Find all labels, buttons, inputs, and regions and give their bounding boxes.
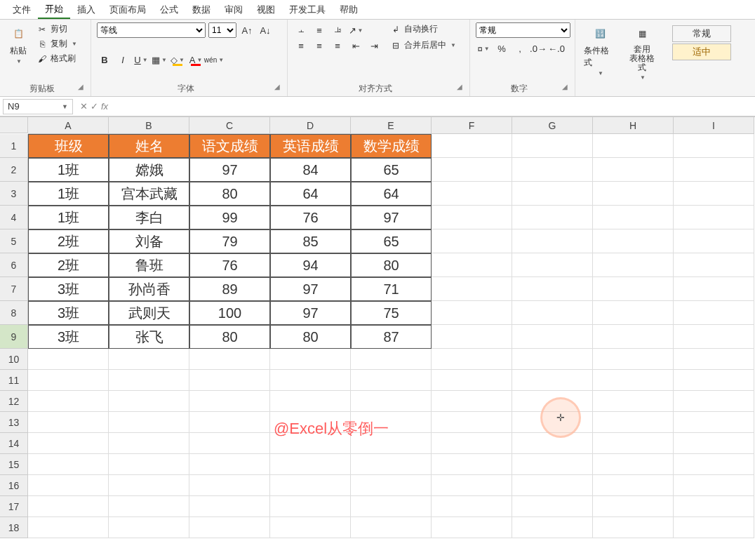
cell[interactable]: 87: [351, 325, 432, 349]
cell[interactable]: [593, 229, 674, 253]
cell[interactable]: 英语成绩: [270, 134, 351, 158]
cell[interactable]: [270, 454, 351, 475]
cell[interactable]: 71: [351, 277, 432, 301]
cell[interactable]: [593, 158, 674, 182]
cell-style-normal[interactable]: 常规: [672, 25, 731, 42]
cell[interactable]: [351, 370, 432, 391]
cell[interactable]: [432, 229, 512, 253]
font-size-select[interactable]: 11: [208, 22, 236, 38]
paste-button[interactable]: 📋 粘贴 ▼: [6, 22, 31, 66]
row-header[interactable]: 15: [0, 454, 28, 475]
menu-insert[interactable]: 插入: [70, 0, 102, 19]
cell[interactable]: [593, 433, 674, 454]
cell[interactable]: [432, 277, 512, 301]
row-header[interactable]: 3: [0, 182, 28, 206]
col-header[interactable]: G: [512, 117, 593, 134]
cell[interactable]: [593, 370, 674, 391]
cell[interactable]: [674, 277, 754, 301]
cell[interactable]: [674, 391, 754, 412]
menu-data[interactable]: 数据: [185, 0, 218, 19]
decrease-font-button[interactable]: A↓: [258, 22, 273, 38]
row-header[interactable]: 10: [0, 349, 28, 370]
cell[interactable]: [109, 454, 189, 475]
menu-review[interactable]: 审阅: [218, 0, 250, 19]
row-header[interactable]: 2: [0, 158, 28, 182]
cell[interactable]: [512, 182, 593, 206]
cell[interactable]: 武则天: [109, 301, 189, 325]
menu-dev[interactable]: 开发工具: [282, 0, 333, 19]
italic-button[interactable]: I: [115, 52, 131, 67]
cell[interactable]: [432, 301, 512, 325]
copy-button[interactable]: ⎘ 复制 ▼: [35, 37, 79, 51]
cell[interactable]: 94: [270, 253, 351, 277]
cell[interactable]: [432, 253, 512, 277]
cell[interactable]: [593, 277, 674, 301]
cell[interactable]: [109, 433, 189, 454]
cell[interactable]: [432, 454, 512, 475]
cell[interactable]: 班级: [28, 134, 109, 158]
menu-home[interactable]: 开始: [38, 0, 70, 19]
format-painter-button[interactable]: 🖌 格式刷: [35, 52, 79, 65]
row-header[interactable]: 4: [0, 206, 28, 229]
cell[interactable]: [674, 301, 754, 325]
currency-button[interactable]: ¤▼: [476, 41, 491, 56]
orientation-button[interactable]: ↗▼: [348, 22, 363, 38]
cell[interactable]: 嫦娥: [109, 158, 189, 182]
cell[interactable]: 张飞: [109, 325, 189, 349]
dialog-launcher-icon[interactable]: ◢: [562, 83, 568, 91]
menu-help[interactable]: 帮助: [333, 0, 365, 19]
cell[interactable]: [28, 454, 109, 475]
cell[interactable]: [432, 325, 512, 349]
dialog-launcher-icon[interactable]: ◢: [457, 83, 462, 91]
cell[interactable]: [351, 349, 432, 370]
cell[interactable]: [270, 391, 351, 412]
row-header[interactable]: 5: [0, 229, 28, 253]
cell[interactable]: [674, 433, 754, 454]
cell[interactable]: [432, 206, 512, 229]
cell[interactable]: [109, 496, 189, 517]
cell[interactable]: [674, 349, 754, 370]
col-header[interactable]: D: [270, 117, 351, 134]
align-center-button[interactable]: ≡: [312, 38, 327, 53]
cell[interactable]: [432, 496, 512, 517]
cell[interactable]: [593, 412, 674, 433]
cell[interactable]: [109, 475, 189, 496]
cell[interactable]: [28, 370, 109, 391]
cell[interactable]: [593, 496, 674, 517]
cell[interactable]: 64: [270, 182, 351, 206]
cell[interactable]: 孙尚香: [109, 277, 189, 301]
cell[interactable]: [28, 517, 109, 538]
cell[interactable]: [109, 517, 189, 538]
cell[interactable]: [28, 496, 109, 517]
border-button[interactable]: ▦▼: [152, 52, 167, 67]
cell[interactable]: 97: [270, 301, 351, 325]
cell[interactable]: [593, 301, 674, 325]
cell[interactable]: [512, 206, 593, 229]
cell[interactable]: [674, 475, 754, 496]
cell[interactable]: 数学成绩: [351, 134, 432, 158]
cell[interactable]: [432, 158, 512, 182]
cell[interactable]: [674, 206, 754, 229]
cell[interactable]: [432, 412, 512, 433]
cell[interactable]: [512, 454, 593, 475]
cell[interactable]: [351, 391, 432, 412]
cancel-icon[interactable]: ✕: [80, 101, 88, 112]
cell[interactable]: [432, 182, 512, 206]
indent-decrease-button[interactable]: ⇤: [348, 38, 363, 53]
menu-view[interactable]: 视图: [250, 0, 282, 19]
row-header[interactable]: 7: [0, 277, 28, 301]
align-middle-button[interactable]: ≡: [312, 22, 327, 38]
conditional-format-button[interactable]: 🔢 条件格式 ▼: [581, 22, 619, 82]
menu-file[interactable]: 文件: [6, 0, 38, 19]
cell[interactable]: [28, 475, 109, 496]
number-format-select[interactable]: 常规: [476, 22, 570, 38]
percent-button[interactable]: %: [494, 41, 509, 56]
cell[interactable]: [512, 253, 593, 277]
cell[interactable]: [351, 496, 432, 517]
cell[interactable]: 84: [270, 158, 351, 182]
cell[interactable]: [674, 517, 754, 538]
cell[interactable]: [512, 229, 593, 253]
cell[interactable]: [28, 391, 109, 412]
merge-center-button[interactable]: ⊟ 合并后居中 ▼: [389, 39, 457, 52]
cell[interactable]: [593, 517, 674, 538]
